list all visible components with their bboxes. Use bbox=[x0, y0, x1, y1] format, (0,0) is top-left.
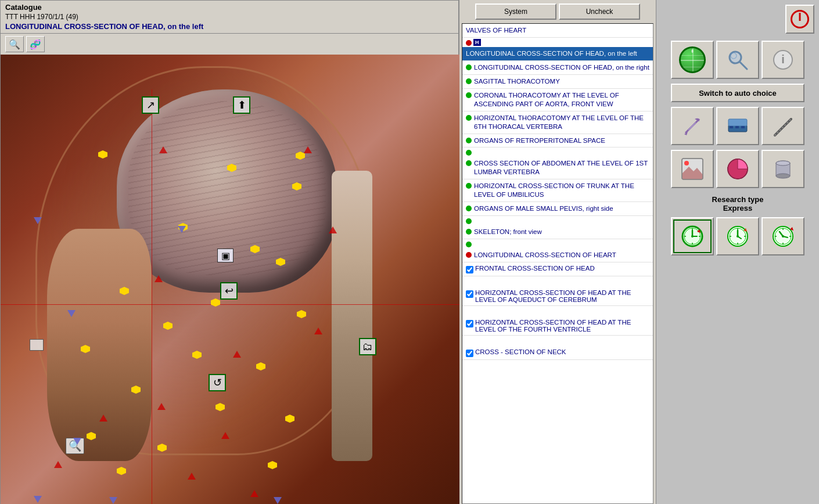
spacer3 bbox=[462, 336, 653, 346]
red-tri-11 bbox=[188, 473, 196, 480]
red-tri-6 bbox=[233, 351, 241, 358]
svg-line-1 bbox=[739, 62, 747, 69]
red-tri-10 bbox=[54, 461, 62, 468]
svg-rect-11 bbox=[730, 126, 733, 128]
blue-tri-4 bbox=[73, 438, 81, 445]
eraser-button[interactable] bbox=[761, 107, 804, 145]
yellow-hex-9 bbox=[163, 322, 173, 330]
list-item[interactable]: ORGANS OF RETROPERITONEAL SPACE bbox=[462, 134, 653, 148]
checkbox-item-horizontal-fourth[interactable]: HORIZONTAL CROSS-SECTION OF HEAD AT THE … bbox=[462, 316, 653, 336]
bucket-button[interactable] bbox=[761, 150, 804, 188]
yellow-hex-15 bbox=[285, 415, 294, 423]
magnify-button[interactable] bbox=[716, 41, 759, 79]
svg-line-8 bbox=[688, 124, 694, 130]
radio-btn-2[interactable] bbox=[716, 217, 759, 255]
nav-overlay-3[interactable]: ↩ bbox=[220, 282, 238, 300]
yellow-hex-14 bbox=[215, 403, 225, 411]
list-item[interactable]: ORGANS OF MALE SMALL PELVIS, right side bbox=[462, 202, 653, 216]
patient-info: TTT HHH 1970/1/1 (49) bbox=[5, 13, 454, 21]
yellow-hex-18 bbox=[268, 461, 277, 469]
yellow-hex-2 bbox=[292, 182, 301, 190]
blue-tri-1 bbox=[34, 217, 42, 224]
image-panel: Catalogue TTT HHH 1970/1/1 (49) LONGITUD… bbox=[0, 0, 459, 504]
list-item[interactable]: LONGITUDINAL CROSS-SECTION OF HEAD, on t… bbox=[462, 61, 653, 75]
list-item-sagittal[interactable]: SAGITTAL THORACOTOMY bbox=[462, 75, 653, 89]
globe-button[interactable] bbox=[671, 41, 714, 79]
system-button[interactable]: System bbox=[475, 3, 556, 20]
power-button[interactable] bbox=[785, 5, 814, 34]
red-tri-1 bbox=[159, 146, 167, 153]
spine-region bbox=[332, 171, 372, 461]
white-marker-1 bbox=[30, 339, 44, 351]
nav-overlay-4[interactable]: ↺ bbox=[209, 374, 226, 391]
nav-overlay-1[interactable]: ↗ bbox=[142, 96, 159, 114]
red-tri-2 bbox=[304, 146, 312, 153]
yellow-hex-7 bbox=[211, 298, 220, 307]
yellow-hex-6 bbox=[120, 287, 129, 295]
yellow-hex-17 bbox=[157, 444, 167, 452]
red-tri-5 bbox=[314, 327, 322, 334]
list-item[interactable]: VALVES OF HEART bbox=[462, 24, 653, 38]
svg-rect-10 bbox=[728, 119, 747, 126]
anatomical-image[interactable]: ↗ ⬆ ↩ ↺ 🗂 ⬇ ▣ 🔍 bbox=[1, 55, 459, 504]
list-header: System Uncheck bbox=[459, 0, 656, 23]
middle-icon-grid bbox=[671, 107, 804, 145]
blue-tri-6 bbox=[109, 497, 117, 504]
list-item[interactable]: HORIZONTAL CROSS-SECTION OF TRUNK AT THE… bbox=[462, 179, 653, 202]
list-panel: System Uncheck VALVES OF HEART H LONGITU… bbox=[459, 0, 656, 504]
research-type-label: Research type Express bbox=[712, 195, 764, 213]
yellow-hex-13 bbox=[131, 386, 141, 394]
catalogue-list[interactable]: VALVES OF HEART H LONGITUDINAL CROSS-SEC… bbox=[462, 23, 653, 504]
anatomy-button[interactable]: 🧬 bbox=[26, 36, 45, 52]
list-item[interactable]: CORONAL THORACOTOMY AT THE LEVEL OF ASCE… bbox=[462, 89, 653, 111]
pie-button[interactable] bbox=[716, 150, 759, 188]
svg-point-32 bbox=[691, 235, 694, 237]
checkbox-item-neck[interactable]: CROSS - SECTION OF NECK bbox=[462, 346, 653, 360]
spacer2 bbox=[462, 306, 653, 316]
svg-rect-13 bbox=[741, 126, 745, 128]
detail-overlay-1: ▣ bbox=[217, 249, 234, 262]
radio-btn-1[interactable] bbox=[671, 217, 714, 255]
yellow-hex-12 bbox=[256, 362, 265, 370]
ruler-button[interactable] bbox=[716, 107, 759, 145]
list-item[interactable]: LONGITUDINAL CROSS-SECTION OF HEART bbox=[462, 249, 653, 262]
spacer-dot-3 bbox=[462, 239, 653, 249]
red-tri-8 bbox=[99, 415, 107, 422]
section-title: LONGITUDINAL CROSS-SECTION OF HEAD, on t… bbox=[5, 22, 454, 31]
checkbox-item-frontal[interactable]: FRONTAL CROSS-SECTION OF HEAD bbox=[462, 262, 653, 276]
list-item-selected[interactable]: LONGITUDINAL CROSS-SECTION OF HEAD, on t… bbox=[462, 47, 653, 61]
yellow-hex-8 bbox=[297, 310, 306, 318]
uncheck-button[interactable]: Uncheck bbox=[559, 3, 640, 20]
list-item[interactable]: HORIZONTAL THORACOTOMY AT THE LEVEL OF T… bbox=[462, 111, 653, 134]
spacer bbox=[462, 276, 653, 287]
yellow-hex-1 bbox=[227, 164, 236, 172]
image-button[interactable] bbox=[671, 150, 714, 188]
search-button[interactable]: 🔍 bbox=[5, 36, 24, 52]
info-button[interactable]: i bbox=[761, 41, 804, 79]
red-tri-7 bbox=[157, 403, 166, 410]
svg-point-42 bbox=[737, 235, 739, 237]
spacer-dot-2 bbox=[462, 216, 653, 225]
svg-point-26 bbox=[776, 174, 790, 178]
image-header: Catalogue TTT HHH 1970/1/1 (49) LONGITUD… bbox=[1, 1, 458, 34]
yellow-hex-21 bbox=[117, 467, 126, 475]
list-item[interactable]: CROSS SECTION OF ABDOMEN AT THE LEVEL OF… bbox=[462, 157, 653, 179]
yellow-hex-10 bbox=[81, 345, 90, 353]
switch-auto-choice-button[interactable]: Switch to auto choice bbox=[671, 84, 804, 102]
checkbox-item-horizontal-aqueduct[interactable]: HORIZONTAL CROSS-SECTION OF HEAD AT THE … bbox=[462, 287, 653, 306]
right-panel: i Switch to auto choice bbox=[656, 0, 819, 504]
svg-point-27 bbox=[776, 161, 790, 165]
red-tri-3 bbox=[329, 226, 337, 233]
yellow-hex-19 bbox=[98, 150, 107, 159]
crosshair-vertical bbox=[152, 89, 152, 504]
pen-button[interactable] bbox=[671, 107, 714, 145]
svg-rect-12 bbox=[735, 126, 739, 128]
crosshair-horizontal bbox=[1, 304, 459, 305]
list-item[interactable]: SKELETON; front view bbox=[462, 225, 653, 239]
nav-overlay-2[interactable]: ⬆ bbox=[233, 96, 250, 114]
nav-overlay-5[interactable]: 🗂 bbox=[359, 338, 376, 355]
face-region bbox=[47, 229, 152, 461]
radio-group bbox=[671, 217, 804, 255]
radio-btn-3[interactable] bbox=[761, 217, 804, 255]
blue-tri-2 bbox=[178, 226, 186, 233]
